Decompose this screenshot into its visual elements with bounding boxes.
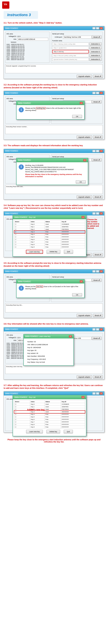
learn-key-info: Number: 03 VIN: WBA1A1109EVZ88148 Key ID… <box>24 338 73 366</box>
learn-new-key-button[interactable]: Learn new key <box>26 430 43 434</box>
info-icon: i <box>19 107 24 112</box>
special-func-button[interactable]: Special function: Delete (disable) key <box>52 58 89 61</box>
step-heading: 3.6: Key information will be showed afte… <box>3 322 105 325</box>
page-title: Instructions 3 <box>7 13 31 17</box>
step1-button[interactable]: Step 1: Backup (read) coding data <box>52 42 89 46</box>
table-row[interactable]: ☐Key 0UsedCC05AB35 <box>14 403 85 406</box>
close-button[interactable]: ✕ <box>100 27 103 30</box>
delete-key-button[interactable]: Delete key <box>47 250 60 254</box>
info-icon: i <box>19 286 24 291</box>
key-list-table: SelectIndexStatusKey ID ☐Key 0UsedCC05AB… <box>14 400 85 428</box>
step3-button[interactable]: Step 3: Add key <box>52 50 89 53</box>
break-off-button[interactable]: Break off <box>93 75 103 78</box>
step-3-5: 3.5: According to the software prompt,th… <box>0 262 108 318</box>
func-area-title: Function area <box>52 40 102 42</box>
delete-key-button[interactable]: Delete key <box>47 430 60 434</box>
step-3-2: 3.2: According to the software prompt,th… <box>0 84 108 140</box>
step-heading: 3.2: According to the software prompt,th… <box>3 84 105 89</box>
page-title-box: Instructions 3 <box>3 11 38 19</box>
table-row[interactable]: ☐Key 6FreeFFFFFFFF <box>14 238 85 241</box>
key-list-table: SelectIndexStatusKey ID ☐Key 0UsedCC05AB… <box>14 220 85 248</box>
ok-button[interactable]: OK <box>72 115 82 118</box>
log-output: Executing Learn new key... <box>5 365 103 374</box>
vin-field: WBA1A1109EVZ88148 <box>17 38 48 41</box>
footer-warning: Please keep the key close to the emergen… <box>0 437 108 444</box>
step4-button[interactable]: Step 4: Recover (write) coding data <box>52 54 89 57</box>
close-button[interactable]: ✕ <box>69 335 72 338</box>
instruction1-button[interactable]: Instruction 1 <box>89 42 102 46</box>
table-row[interactable]: ☐Key 9FreeFFFFFFFF <box>14 246 85 248</box>
dialog-message: Working_Key:CC05AB35Secret_Key:5B0663E44… <box>25 164 86 178</box>
table-row[interactable]: ☐Key 7FreeFFFFFFFF <box>14 241 85 243</box>
ok-button[interactable]: OK <box>72 293 82 296</box>
step-3-1: 3.1: Turn on the vehicle switch, click "… <box>0 22 108 79</box>
minimize-button[interactable]: — <box>92 27 96 30</box>
serial-title: Serial port setup <box>52 33 102 35</box>
info-icon: i <box>19 164 24 170</box>
table-row[interactable]: ☐Key 4FreeFFFFFFFF <box>14 233 85 236</box>
instruction2-button[interactable]: Instruction 2 <box>89 46 102 50</box>
learn-key-dialog: BMW-FEM/BDC Learn new key✕ Number: 03 VI… <box>23 334 74 366</box>
close-button[interactable]: ✕ <box>81 396 85 398</box>
step-heading: 3.7: After adding the key and learning, … <box>3 384 105 390</box>
ok-button[interactable]: OK <box>76 180 86 184</box>
titlebar: BMW-FEM/BDC — ☐ ✕ <box>4 26 104 30</box>
table-row[interactable]: ☐Key 2UsedF0D70E34 <box>14 408 85 411</box>
step-heading: 3.4: Software pop-up key list, the user … <box>3 204 105 210</box>
step-3-4: 3.4: Software pop-up key list, the user … <box>0 204 108 258</box>
table-row[interactable]: ☐Key 7FreeFFFFFFFF <box>14 421 85 423</box>
table-row[interactable]: ☐Key 9FreeFFFFFFFF <box>14 426 85 428</box>
step-heading: 3.1: Turn on the vehicle switch, click "… <box>3 22 105 24</box>
com-port-select[interactable]: NanWang YanHua USB <box>63 36 92 38</box>
quit-button[interactable]: Quit <box>64 250 73 254</box>
dialog-message: Please put the new key close to the coil… <box>25 286 82 290</box>
brand-logo: YANHUA TECH <box>2 2 9 9</box>
table-row[interactable]: ☐Key 0UsedCC05AB35 <box>14 223 85 226</box>
app-window: BMW-FEM/BDC — ☐ ✕ Info area Voltage(V):1… <box>3 26 105 79</box>
prompt-dialog: BMW-FEM/BDC✕ i Please put the working ke… <box>16 101 85 120</box>
table-row[interactable]: ☐Key 8FreeFFFFFFFF <box>14 243 85 246</box>
version-list: HWEL - 00000782.006.004.011HWAP - 00000F… <box>6 44 48 60</box>
window-title: BMW-FEM/BDC <box>5 27 18 29</box>
table-row[interactable]: ☐Key 2UsedF0D70E34 <box>14 228 85 231</box>
callout-added-key: Added a new key. <box>27 408 45 411</box>
key-list-dialog: BMW-FEM/BDC - Key List✕ SelectIndexStatu… <box>13 215 86 257</box>
table-row[interactable]: ☐Key 4FreeFFFFFFFF <box>14 413 85 416</box>
table-row-new[interactable]: ☐Key 3Used26D4D028 <box>14 411 85 413</box>
step-3-3: 3.3: The software reads and displays the… <box>0 144 108 199</box>
table-row[interactable]: ☐Key 5FreeFFFFFFFF <box>14 236 85 238</box>
quit-button[interactable]: Quit <box>64 430 73 434</box>
table-row[interactable]: ☐Key 1Used326AF903 <box>14 226 85 228</box>
info-area-title: Info area <box>6 33 48 35</box>
step-heading: 3.5: According to the software prompt,th… <box>3 262 105 267</box>
maximize-button[interactable]: ☐ <box>96 27 99 30</box>
step-3-6: 3.6: Key information will be showed afte… <box>0 322 108 379</box>
close-button[interactable]: ✕ <box>100 92 103 94</box>
step-heading: 3.3: The software reads and displays the… <box>3 144 105 147</box>
close-button[interactable]: ✕ <box>80 102 83 104</box>
dialog-message: Please put the working key close to the … <box>25 107 82 112</box>
table-row-selected[interactable]: ☑Key 3FreeFFFFFFFF <box>14 231 85 233</box>
log-output: Execute Upgrade / programming ECU succes… <box>5 64 103 73</box>
break-off-button[interactable]: Break off <box>92 36 102 39</box>
table-row[interactable]: ☐Key 5FreeFFFFFFFF <box>14 416 85 418</box>
table-row[interactable]: ☐Key 8FreeFFFFFFFF <box>14 423 85 426</box>
table-row[interactable]: ☐Key 6FreeFFFFFFFF <box>14 418 85 421</box>
close-button[interactable]: ✕ <box>81 216 85 218</box>
page-header: YANHUA TECH <box>0 0 108 10</box>
upgrade-adapter-button[interactable]: Upgrade adapter <box>77 75 92 78</box>
instruction4-button[interactable]: Instruction 4 <box>89 54 102 57</box>
key-list-dialog: BMW-FEM/BDC - Key List✕ SelectIndexStatu… <box>13 395 86 436</box>
key-info-dialog: BMW-FEM/BDC✕ i Working_Key:CC05AB35Secre… <box>16 158 88 185</box>
table-row[interactable]: ☐Key 1Used326AF903 <box>14 406 85 408</box>
learn-new-key-button[interactable]: Learn new key <box>26 250 43 254</box>
close-button[interactable]: ✕ <box>80 280 83 283</box>
close-button[interactable]: ✕ <box>83 159 86 162</box>
log-output: Executing Read version number... <box>5 125 103 134</box>
instruction3-button[interactable]: Instruction 3 <box>89 50 102 53</box>
maximize-button[interactable]: ☐ <box>96 92 99 94</box>
log-output: Executing Read ISN code... <box>5 185 103 194</box>
step2-button[interactable]: Step 2: Update ECU <box>52 46 89 50</box>
minimize-button[interactable]: — <box>92 92 96 94</box>
instruction5-button[interactable]: Instruction 5 <box>89 58 102 61</box>
